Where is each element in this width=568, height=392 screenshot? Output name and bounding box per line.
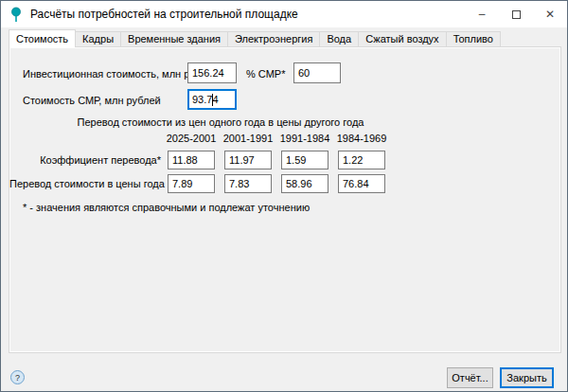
converted-input-2[interactable] — [224, 174, 272, 193]
maximize-icon — [512, 10, 521, 19]
tab-electricity[interactable]: Электроэнергия — [227, 31, 320, 46]
close-icon: ✕ — [545, 8, 555, 21]
converted-input-4[interactable] — [338, 174, 385, 193]
text-caret — [212, 94, 213, 106]
converted-input-1[interactable] — [168, 174, 215, 193]
converted-input-3[interactable] — [281, 174, 328, 193]
investment-cost-input[interactable] — [187, 62, 237, 83]
coefficient-input-4[interactable] — [338, 151, 385, 169]
coefficient-row-label: Коэффициент перевода* — [9, 153, 161, 167]
tab-cost[interactable]: Стоимость — [9, 29, 76, 47]
minimize-button[interactable]: – — [465, 1, 499, 27]
coefficient-input-3[interactable] — [281, 151, 328, 169]
dialog-window: Расчёты потребностей на строительной пло… — [0, 0, 568, 392]
coefficient-input-1[interactable] — [168, 151, 215, 169]
help-icon: ? — [15, 373, 20, 383]
title-bar: Расчёты потребностей на строительной пло… — [1, 1, 567, 27]
smr-percent-label: % СМР* — [246, 67, 285, 80]
tab-personnel[interactable]: Кадры — [75, 31, 121, 46]
period-header-2001-1991: 2001-1991 — [220, 133, 276, 144]
smr-cost-label: Стоимость СМР, млн рублей — [23, 94, 161, 107]
tab-temporary-buildings[interactable]: Временные здания — [120, 31, 228, 46]
footnote: * - значения являются справочными и подл… — [23, 202, 310, 213]
close-button[interactable]: ✕ — [533, 1, 567, 27]
smr-percent-input[interactable] — [293, 62, 341, 83]
minimize-icon: – — [479, 8, 486, 21]
report-button[interactable]: Отчёт... — [447, 367, 493, 388]
tab-compressed-air[interactable]: Сжатый воздух — [358, 31, 447, 46]
coefficient-input-2[interactable] — [224, 151, 272, 169]
tab-fuel[interactable]: Топливо — [446, 31, 501, 46]
conversion-heading: Перевод стоимости из цен одного года в ц… — [9, 116, 432, 128]
app-pin-icon — [9, 7, 23, 23]
window-title: Расчёты потребностей на строительной пло… — [30, 8, 298, 21]
tab-strip: Стоимость Кадры Временные здания Электро… — [9, 29, 500, 46]
maximize-button[interactable] — [499, 1, 533, 27]
caption-controls: – ✕ — [465, 1, 567, 27]
converted-row-label: Перевод стоимости в цены года — [9, 177, 161, 190]
period-header-2025-2001: 2025-2001 — [163, 133, 220, 144]
tab-page-cost: Инвестиционная стоимость, млн рублей % С… — [9, 46, 561, 353]
period-header-1984-1969: 1984-1969 — [333, 133, 390, 144]
tab-water[interactable]: Вода — [319, 31, 359, 46]
period-header-1991-1984: 1991-1984 — [276, 133, 333, 144]
help-button[interactable]: ? — [10, 370, 25, 384]
close-dialog-button[interactable]: Закрыть — [500, 367, 554, 388]
